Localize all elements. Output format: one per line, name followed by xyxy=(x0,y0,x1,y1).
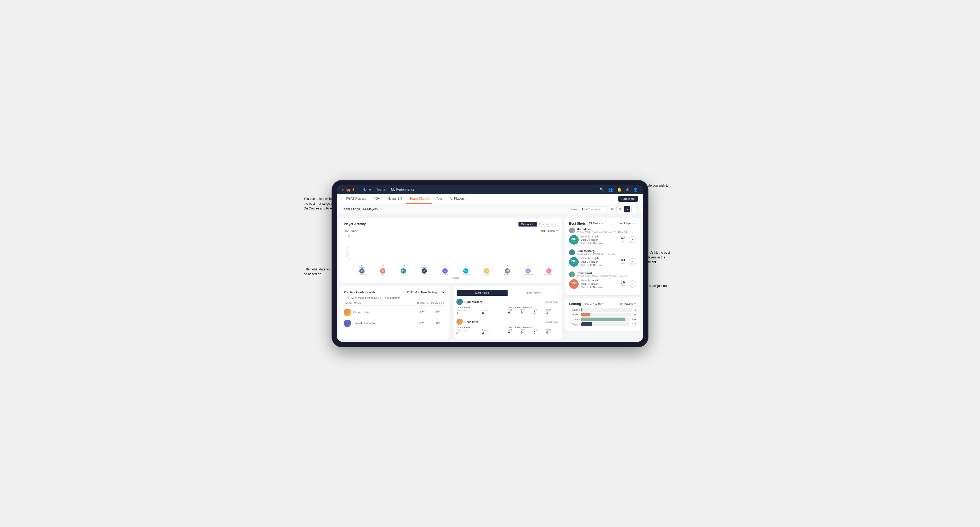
shot-chevron-1[interactable]: › xyxy=(635,251,636,254)
birdies-count: 96 xyxy=(633,313,636,316)
all-players-label[interactable]: All Players xyxy=(620,222,633,225)
sg-badge-2: 198 SG xyxy=(569,279,579,289)
bar-group-0: 13 xyxy=(352,265,372,267)
users-icon[interactable]: 👥 xyxy=(608,187,613,192)
best-shots-title: Best Shots xyxy=(569,222,586,225)
pars-track xyxy=(581,317,630,321)
bar-group-7: 3 xyxy=(498,265,517,267)
divider-0 xyxy=(457,317,558,317)
shot-desc-1: Shot Dist: 43 ydsStart Lie: RoughEnd Lie… xyxy=(581,257,616,267)
nav-home[interactable]: Home xyxy=(363,187,371,191)
shot-chevron-2[interactable]: › xyxy=(635,273,636,276)
tournament-1: Tournament 8 xyxy=(457,329,481,335)
player-col-6: RB R. Butler xyxy=(477,268,496,275)
shot-course-0: 09 Jun 2023 · Royal North Devon GC · Hol… xyxy=(577,231,627,233)
player-name-9: L. Robertson xyxy=(544,274,553,275)
active-date-1: 02 Sep 2023 xyxy=(545,321,558,323)
par-filter-label[interactable]: Par 3, 4 & 5s xyxy=(585,302,601,305)
avatar-8: EC xyxy=(525,268,531,274)
player-col-8: EC E. Crossman xyxy=(518,268,538,275)
player-name-8: E. Crossman xyxy=(523,274,533,275)
par-chevron[interactable]: ▼ xyxy=(601,303,604,305)
bar-label-6: 3 xyxy=(486,265,487,267)
profile-icon[interactable]: 👤 xyxy=(633,187,638,192)
on-course-toggle[interactable]: On Course xyxy=(519,222,536,227)
avatar-2: DF xyxy=(401,268,406,274)
player-col-7: MM M. Miller xyxy=(498,268,517,275)
leaderboard-dropdown[interactable]: PUTT Must Make Putting ... xyxy=(404,290,446,295)
on-course-label: On Course xyxy=(344,229,358,233)
total-rounds-1: Total Rounds Tournament 8 Practice xyxy=(457,326,507,335)
tab-pgat-players[interactable]: PGAT Players xyxy=(342,194,370,204)
tablet-frame: clippd Home Teams My Performance 🔍 👥 🔔 ⊕… xyxy=(332,180,648,347)
leaderboard-header: Practice Leaderboards PUTT Must Make Put… xyxy=(344,290,446,295)
eagles-label: Eagles xyxy=(569,308,580,311)
scoring-card: Scoring Par 3, 4 & 5s ▼ All Players ▼ xyxy=(565,298,640,331)
shot-desc-text-0: Shot Dist: 67 ydsStart Lie: RoughEnd Lie… xyxy=(581,235,616,245)
bell-icon[interactable]: 🔔 xyxy=(617,187,622,192)
eagles-track xyxy=(581,308,632,312)
grid-view-icon[interactable]: ⊞ xyxy=(609,206,616,213)
player-activity-header: Player Activity On Course Practice Drill… xyxy=(344,222,558,227)
tab-pga[interactable]: PGA xyxy=(370,194,384,204)
search-icon[interactable]: 🔍 xyxy=(600,187,604,192)
player-name-1: R. Britt xyxy=(380,274,385,275)
rank-badge-0: 1 xyxy=(348,314,351,316)
pb-score-0: 19/20 xyxy=(414,311,430,314)
app-0: APP 0 xyxy=(521,309,533,314)
heart-view-icon[interactable]: ♥ xyxy=(624,206,630,213)
options-view-icon[interactable]: ⋮ xyxy=(632,206,638,213)
chart-sub-header: On Course Total Rounds ▼ xyxy=(344,229,558,233)
bar-label-0: 13 xyxy=(361,265,363,267)
sub-nav: PGAT Players PGA Hcaps 1-5 Team Clippd T… xyxy=(337,194,643,204)
tab-hcaps[interactable]: Hcaps 1-5 xyxy=(384,194,406,204)
tab-tour[interactable]: Tour xyxy=(432,194,446,204)
shot-chevron-0[interactable]: › xyxy=(635,229,636,232)
bar-accent-0 xyxy=(359,267,365,268)
shots-chevron[interactable]: ▼ xyxy=(601,222,603,225)
nav-teams[interactable]: Teams xyxy=(376,187,386,191)
least-active-btn[interactable]: Least Active xyxy=(508,290,558,296)
bar-label-7: 3 xyxy=(507,265,508,267)
player-col-4: EE E. Ebert xyxy=(435,268,455,275)
y-axis-title: Total Rounds xyxy=(346,247,348,258)
tournament-0: Tournament 7 xyxy=(457,309,481,315)
metric-chevron[interactable]: ▼ xyxy=(556,229,558,232)
list-view-icon[interactable]: ▤ xyxy=(616,206,623,213)
all-shots-label[interactable]: All Shots xyxy=(589,222,600,225)
edit-team-icon[interactable]: ✎ xyxy=(380,207,382,211)
pars-count: 499 xyxy=(632,318,636,321)
practice-label-1: Practice xyxy=(482,329,506,332)
gtt-label-1: GTT xyxy=(508,329,520,331)
scoring-players-chevron[interactable]: ▼ xyxy=(634,303,636,305)
bar-label-9: 2 xyxy=(548,265,549,267)
main-content: Player Activity On Course Practice Drill… xyxy=(337,215,643,342)
active-toggle: Most Active Least Active xyxy=(457,290,558,296)
player-name-2: D. Ford xyxy=(401,274,406,275)
players-chevron[interactable]: ▼ xyxy=(634,222,636,225)
timescale-select[interactable]: Last 3 months Last 6 months Last year Al… xyxy=(580,206,606,212)
plus-circle-icon[interactable]: ⊕ xyxy=(626,187,629,192)
avatar-4: EE xyxy=(442,268,448,274)
tournament-val-1: 8 xyxy=(457,332,481,335)
total-practice-label-1: Total Practice Activities xyxy=(508,326,559,329)
add-team-button[interactable]: Add Team xyxy=(618,196,638,202)
y-label-0: 0 xyxy=(349,269,350,271)
bar-accent-3 xyxy=(421,267,428,268)
shot-zero-box-1: 0 yds xyxy=(629,258,636,266)
bar-group-4: 5 xyxy=(435,265,455,267)
shot-player-info-1: Blair McHarg 23 Jul 2023 · Ashridge GC ·… xyxy=(577,249,615,255)
scoring-players-label[interactable]: All Players xyxy=(620,302,633,305)
shot-dist-box-2: 16 yds xyxy=(619,280,627,288)
bar-group-3: 9 xyxy=(415,265,434,267)
most-active-btn[interactable]: Most Active xyxy=(457,290,508,296)
shot-desc-text-1: Shot Dist: 43 ydsStart Lie: RoughEnd Lie… xyxy=(581,257,616,267)
nav-my-performance[interactable]: My Performance xyxy=(391,187,415,191)
sg-label-0: SG xyxy=(573,241,575,242)
total-rounds-label-1: Total Rounds xyxy=(457,326,507,329)
tab-team-clippd[interactable]: Team Clippd xyxy=(406,194,432,204)
practice-drills-toggle[interactable]: Practice Drills xyxy=(536,222,558,227)
tab-all-players[interactable]: All Players xyxy=(446,194,468,204)
y-label-10: 10 xyxy=(348,246,350,249)
shot-zero-val-0: 0 xyxy=(632,237,633,240)
